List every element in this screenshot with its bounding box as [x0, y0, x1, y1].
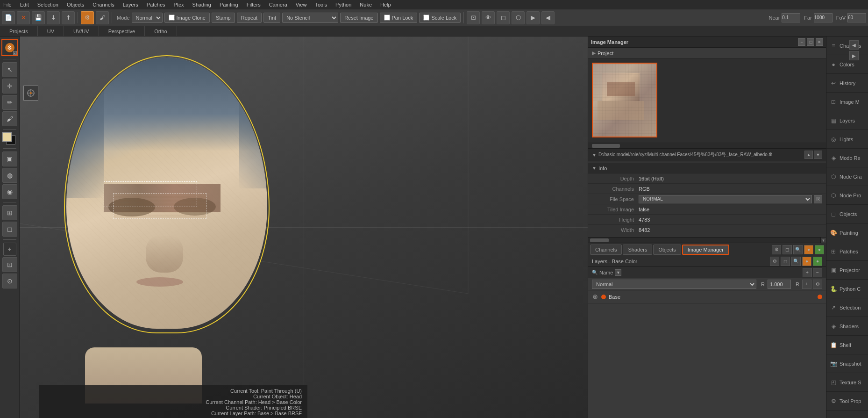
- tab-ortho[interactable]: Ortho: [145, 26, 177, 36]
- bottom-ctrl-green[interactable]: ●: [815, 245, 824, 254]
- import-button[interactable]: ⬇: [47, 11, 60, 24]
- pan-lock-checkbox[interactable]: [384, 14, 390, 21]
- menu-help[interactable]: Help: [379, 2, 392, 7]
- view-btn-1[interactable]: ⊡: [467, 11, 480, 24]
- right-panel-shelf[interactable]: 📋 Shelf: [826, 336, 868, 354]
- bottom-ctrl-1[interactable]: ⚙: [772, 245, 781, 254]
- view-btn-3[interactable]: ◻: [497, 11, 510, 24]
- view-btn-2[interactable]: 👁: [482, 11, 495, 24]
- info-scrollbar[interactable]: ▼: [588, 237, 826, 243]
- menu-nuke[interactable]: Nuke: [358, 2, 373, 7]
- tool-options-indicator[interactable]: ▾: [13, 51, 17, 55]
- paint-button[interactable]: ⚙: [81, 11, 94, 24]
- eraser-tool[interactable]: ▣: [2, 151, 17, 166]
- image-thumbnail[interactable]: [592, 63, 657, 137]
- close-button[interactable]: ✕: [17, 11, 30, 24]
- crop-tool[interactable]: ◻: [2, 222, 17, 237]
- fg-color-swatch[interactable]: [2, 132, 12, 142]
- image-clone-checkbox[interactable]: [169, 14, 175, 21]
- stamp-tool[interactable]: ◉: [2, 184, 17, 199]
- view-tool[interactable]: ⊙: [2, 274, 17, 288]
- grid-tool[interactable]: ⊡: [2, 257, 17, 272]
- tab-uvuv[interactable]: UV/UV: [64, 26, 99, 36]
- path-scroll-up[interactable]: ▲: [804, 151, 813, 159]
- tab-channels[interactable]: Channels: [590, 245, 622, 255]
- right-panel-patches[interactable]: ⊞ Patches: [826, 242, 868, 261]
- menu-tools[interactable]: Tools: [313, 2, 328, 7]
- layers-mode-ctrl-2[interactable]: ⚙: [813, 280, 822, 289]
- layer-visibility-toggle[interactable]: [592, 294, 598, 300]
- next-image-btn[interactable]: ▶: [849, 51, 859, 60]
- view-btn-6[interactable]: ◀: [541, 11, 555, 24]
- menu-edit[interactable]: Edit: [19, 2, 30, 7]
- right-panel-selection[interactable]: ↗ Selection: [826, 298, 868, 317]
- right-panel-projector[interactable]: ▣ Projector: [826, 261, 868, 280]
- far-input[interactable]: [814, 13, 832, 22]
- new-button[interactable]: 📄: [2, 11, 15, 24]
- viewport-origin-control[interactable]: [23, 86, 38, 101]
- menu-patches[interactable]: Patches: [145, 2, 167, 7]
- right-panel-objects[interactable]: ◻ Objects: [826, 205, 868, 223]
- right-panel-colors[interactable]: ● Colors: [826, 55, 868, 74]
- menu-filters[interactable]: Filters: [245, 2, 262, 7]
- layers-extra-2[interactable]: −: [813, 268, 822, 277]
- select-tool[interactable]: ↖: [2, 62, 17, 77]
- right-panel-tool-prop[interactable]: ⚙ Tool Prop: [826, 392, 868, 411]
- path-scroll-down[interactable]: ▼: [814, 151, 822, 159]
- layers-search[interactable]: 🔍: [791, 257, 801, 266]
- right-panel-channels[interactable]: ≡ Channels: [826, 36, 868, 55]
- menu-ptex[interactable]: Ptex: [172, 2, 185, 7]
- prev-image-btn[interactable]: ◀: [849, 40, 859, 50]
- layers-ctrl-1[interactable]: ⚙: [770, 257, 779, 266]
- stamp-btn[interactable]: Stamp: [212, 13, 235, 23]
- right-panel-modo-re[interactable]: ◈ Modo Re: [826, 149, 868, 167]
- scale-lock-checkbox[interactable]: [423, 14, 429, 21]
- bottom-ctrl-2[interactable]: ◻: [783, 245, 792, 254]
- layers-green-dot[interactable]: ●: [813, 257, 822, 266]
- info-toggle[interactable]: ▼: [592, 152, 597, 158]
- panel-close-btn[interactable]: ✕: [816, 38, 823, 46]
- layers-mode-ctrl-1[interactable]: +: [802, 280, 811, 289]
- menu-view[interactable]: View: [294, 2, 308, 7]
- tab-shaders[interactable]: Shaders: [623, 245, 652, 255]
- bottom-ctrl-active[interactable]: ●: [804, 245, 813, 254]
- preview-scrollbar[interactable]: [588, 143, 826, 149]
- right-panel-image-m[interactable]: ⊡ Image M: [826, 93, 868, 111]
- tab-objects[interactable]: Objects: [653, 245, 681, 255]
- menu-objects[interactable]: Objects: [65, 2, 85, 7]
- right-panel-lights[interactable]: ◎ Lights: [826, 130, 868, 149]
- layers-name-dropdown[interactable]: ▼: [615, 269, 621, 276]
- menu-layers[interactable]: Layers: [121, 2, 140, 7]
- menu-python[interactable]: Python: [334, 2, 353, 7]
- layers-ctrl-2[interactable]: ◻: [781, 257, 790, 266]
- scale-lock-btn[interactable]: Scale Lock: [419, 13, 461, 23]
- panel-minus-btn[interactable]: −: [798, 38, 805, 46]
- right-panel-node-gra[interactable]: ⬡ Node Gra: [826, 167, 868, 186]
- right-panel-painting[interactable]: 🎨 Painting: [826, 223, 868, 242]
- brush-button[interactable]: 🖌: [96, 11, 109, 24]
- repeat-btn[interactable]: Repeat: [237, 13, 262, 23]
- tint-btn[interactable]: Tint: [263, 13, 280, 23]
- save-button[interactable]: 💾: [32, 11, 45, 24]
- export-button[interactable]: ⬆: [62, 11, 75, 24]
- file-space-r-btn[interactable]: R: [814, 195, 822, 203]
- pen-tool[interactable]: ✏: [2, 95, 17, 110]
- menu-shading[interactable]: Shading: [191, 2, 213, 7]
- tab-projects[interactable]: Projects: [0, 26, 38, 36]
- right-panel-texture-s[interactable]: ◰ Texture S: [826, 373, 868, 392]
- right-panel-snapshot[interactable]: 📷 Snapshot: [826, 354, 868, 373]
- layers-search-icon[interactable]: 🔍: [592, 270, 598, 275]
- view-btn-4[interactable]: ⬡: [512, 11, 525, 24]
- view-btn-5[interactable]: ▶: [526, 11, 540, 24]
- transform-tool[interactable]: ⊞: [2, 205, 17, 220]
- right-panel-node-pro[interactable]: ⬡ Node Pro: [826, 186, 868, 205]
- move-tool[interactable]: ✛: [2, 79, 17, 94]
- menu-selection[interactable]: Selection: [36, 2, 60, 7]
- menu-painting[interactable]: Painting: [218, 2, 240, 7]
- menu-file[interactable]: File: [2, 2, 13, 7]
- right-panel-history[interactable]: ↩ History: [826, 74, 868, 93]
- pan-lock-btn[interactable]: Pan Lock: [380, 13, 418, 23]
- right-panel-shaders[interactable]: ◈ Shaders: [826, 317, 868, 336]
- layers-extra-1[interactable]: +: [803, 268, 812, 277]
- menu-camera[interactable]: Camera: [268, 2, 289, 7]
